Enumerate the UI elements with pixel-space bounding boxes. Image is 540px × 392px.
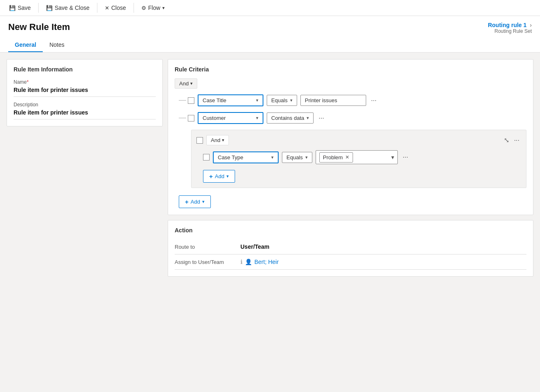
assign-info-icon: ℹ: [240, 259, 242, 265]
name-field-value: Rule item for printer issues: [14, 87, 156, 97]
nested-criteria-checkbox[interactable]: [203, 154, 210, 160]
save-label: Save: [18, 5, 31, 11]
nested-and-button[interactable]: And ▾: [206, 135, 229, 145]
page-header: New Rule Item Routing rule 1 › Routing R…: [0, 16, 540, 53]
nested-add-button[interactable]: + Add ▾: [203, 170, 235, 183]
nested-group-more-button[interactable]: ···: [512, 136, 521, 145]
main-add-section: + Add ▾: [179, 194, 526, 208]
flow-icon: [141, 5, 146, 11]
case-type-operator-select[interactable]: Equals ▾: [282, 152, 312, 163]
case-title-operator-select[interactable]: Equals ▾: [267, 95, 297, 106]
assign-user-icon: 👤: [245, 259, 252, 265]
tab-notes[interactable]: Notes: [43, 38, 71, 52]
flow-label: Flow: [148, 5, 161, 11]
equals-chevron-icon: ▾: [290, 98, 293, 103]
main-add-icon: +: [185, 198, 189, 205]
assign-to-value-section: ℹ 👤 Bert; Heir: [240, 259, 279, 265]
nested-add-section: + Add ▾: [203, 168, 521, 183]
main-add-chevron-icon: ▾: [202, 199, 205, 204]
description-field-label: Description: [14, 102, 156, 108]
flow-chevron-icon: ▾: [162, 5, 165, 11]
close-icon: [105, 5, 109, 11]
case-title-select[interactable]: Case Title ▾: [198, 94, 263, 106]
customer-select[interactable]: Customer ▾: [198, 112, 263, 124]
nested-group: And ▾ ⤡ ··· Case Type ▾: [191, 130, 526, 188]
assign-to-label: Assign to User/Team: [175, 259, 240, 265]
required-indicator: *: [27, 79, 29, 85]
routing-rule-link[interactable]: Routing rule 1: [488, 22, 526, 28]
rule-criteria-title: Rule Criteria: [175, 66, 526, 73]
case-type-chevron-icon: ▾: [271, 155, 274, 160]
criteria-row-1: Case Title ▾ Equals ▾ Printer issues ···: [179, 94, 526, 106]
toolbar-divider-3: [134, 3, 134, 13]
save-button[interactable]: Save: [5, 2, 35, 13]
case-title-chevron-icon: ▾: [256, 98, 258, 103]
and-button[interactable]: And ▾: [175, 78, 197, 89]
assign-to-row: Assign to User/Team ℹ 👤 Bert; Heir: [175, 254, 526, 270]
action-panel: Action Route to User/Team Assign to User…: [168, 220, 533, 277]
assign-to-link[interactable]: Bert; Heir: [254, 259, 279, 265]
name-field-label: Name*: [14, 79, 156, 85]
close-button[interactable]: Close: [101, 2, 130, 13]
case-type-equals-chevron-icon: ▾: [305, 155, 308, 160]
nested-add-chevron-icon: ▾: [226, 174, 229, 179]
nested-and-chevron-icon: ▾: [222, 138, 224, 143]
main-content: Rule Item Information Name* Rule item fo…: [0, 53, 540, 391]
customer-chevron-icon: ▾: [256, 115, 258, 121]
routing-rule-chevron-icon[interactable]: ›: [530, 22, 532, 28]
nested-criteria-more-button[interactable]: ···: [401, 153, 410, 162]
save-close-button[interactable]: Save & Close: [42, 2, 94, 13]
case-title-value-input[interactable]: Printer issues: [300, 95, 366, 106]
contains-data-chevron-icon: ▾: [307, 115, 309, 121]
nested-group-header: And ▾ ⤡ ···: [196, 135, 521, 145]
criteria-row-2-checkbox[interactable]: [188, 115, 194, 121]
route-to-label: Route to: [175, 244, 240, 250]
tabs: General Notes: [8, 38, 532, 52]
nested-group-checkbox[interactable]: [196, 137, 203, 144]
customer-operator-select[interactable]: Contains data ▾: [267, 112, 314, 124]
save-icon: [9, 5, 16, 11]
connector-line-1: [179, 100, 186, 101]
case-type-value-tag: Problem ✕: [319, 152, 353, 163]
criteria-row-2-more-button[interactable]: ···: [317, 114, 325, 123]
save-close-label: Save & Close: [55, 5, 90, 11]
tab-general[interactable]: General: [8, 38, 43, 52]
save-close-icon: [46, 5, 53, 11]
page-title: New Rule Item: [8, 22, 70, 32]
left-panel: Rule Item Information Name* Rule item fo…: [7, 59, 163, 126]
nested-add-icon: +: [209, 173, 213, 180]
action-title: Action: [175, 227, 526, 234]
nested-group-container: And ▾ ⤡ ··· Case Type ▾: [191, 130, 526, 188]
criteria-row-1-checkbox[interactable]: [188, 97, 194, 104]
route-to-value: User/Team: [240, 243, 270, 250]
criteria-row-2: Customer ▾ Contains data ▾ ···: [179, 112, 526, 124]
criteria-row-1-more-button[interactable]: ···: [369, 96, 378, 105]
and-chevron-icon: ▾: [190, 81, 193, 86]
connector-line-2: [179, 118, 186, 118]
toolbar: Save Save & Close Close Flow ▾: [0, 0, 540, 16]
collapse-icon[interactable]: ⤡: [504, 136, 509, 144]
value-container-chevron-icon[interactable]: ▾: [388, 154, 397, 160]
main-add-button[interactable]: + Add ▾: [179, 195, 211, 208]
toolbar-divider: [38, 3, 39, 13]
toolbar-divider-2: [97, 3, 97, 13]
flow-button[interactable]: Flow ▾: [137, 2, 169, 13]
rule-criteria-panel: Rule Criteria And ▾ Case Title ▾ Equals: [168, 59, 533, 215]
routing-rule-section: Routing rule 1 › Routing Rule Set: [488, 22, 532, 34]
nested-criteria-row: Case Type ▾ Equals ▾ Problem: [203, 150, 521, 164]
close-label: Close: [111, 5, 126, 11]
value-tag-remove-icon[interactable]: ✕: [345, 154, 349, 160]
description-field-value: Rule item for printer issues: [14, 109, 156, 119]
case-type-value-container: Problem ✕ ▾: [316, 150, 398, 164]
left-panel-title: Rule Item Information: [14, 66, 156, 73]
right-panels: Rule Criteria And ▾ Case Title ▾ Equals: [168, 59, 533, 385]
route-to-row: Route to User/Team: [175, 239, 526, 254]
case-type-select[interactable]: Case Type ▾: [213, 151, 279, 163]
routing-rule-set-label: Routing Rule Set: [494, 28, 532, 34]
